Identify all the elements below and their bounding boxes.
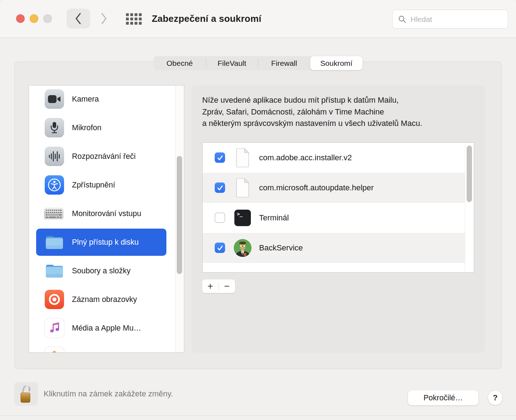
checkbox-backservice[interactable] [215,243,225,253]
microphone-icon [45,118,64,137]
pane-description: Níže uvedené aplikace budou mít přístup … [202,94,476,130]
list-item-terminal[interactable]: >_ Terminál [203,203,474,233]
tab-bar: Obecné FileVault Firewall Soukromí [154,56,362,70]
sidebar-item-homekit[interactable]: HomeKit [29,342,184,353]
app-name: com.adobe.acc.installer.v2 [259,143,352,173]
sidebar-item-screen-recording[interactable]: Záznam obrazovky [29,285,184,314]
list-item-microsoft-autoupdate[interactable]: com.microsoft.autoupdate.helper [203,173,474,203]
sidebar-item-files-and-folders[interactable]: Soubory a složky [29,257,184,285]
accessibility-icon [45,175,64,195]
zoom-button-disabled [43,14,52,23]
back-button[interactable] [67,9,90,29]
full-disk-access-pane: Níže uvedené aplikace budou mít přístup … [191,85,485,353]
tab-privacy[interactable]: Soukromí [310,56,362,70]
remove-app-button[interactable]: − [219,279,235,293]
sidebar-item-camera[interactable]: Kamera [29,85,184,113]
tab-firewall[interactable]: Firewall [258,56,310,70]
app-name: BackService [259,233,303,263]
open-lock-icon [19,384,33,404]
checkmark-icon [216,184,224,192]
keyboard-icon [44,204,63,223]
tab-separator [206,59,206,67]
window-bottom-divider [0,415,516,416]
sidebar-item-speech-recognition[interactable]: Rozpoznávání řeči [29,142,184,171]
generic-document-icon [234,173,252,203]
music-note-icon [45,318,64,338]
lock-button[interactable] [14,382,38,406]
tab-filevault[interactable]: FileVault [206,56,258,70]
list-item-backservice[interactable]: BackService [203,233,474,263]
privacy-category-list: Kamera Mikrofon [29,85,184,353]
minimize-button[interactable] [30,14,38,23]
camera-icon [45,89,64,109]
show-all-grid-icon[interactable] [126,13,142,25]
help-button[interactable]: ? [488,391,502,405]
chevron-right-icon [100,13,107,25]
sidebar-item-media-apple-music[interactable]: Média a Apple Mu… [29,314,184,342]
sidebar-item-input-monitoring[interactable]: Monitorování vstupu [29,199,184,228]
security-privacy-window: Zabezpečení a soukromí Obecné FileVault … [0,0,516,420]
list-item-adobe-installer[interactable]: com.adobe.acc.installer.v2 [203,143,474,173]
sidebar-item-accessibility[interactable]: Zpřístupnění [29,171,184,199]
tab-separator [258,59,258,67]
homekit-house-icon [45,347,64,353]
lock-hint-text: Kliknutím na zámek zakážete změny. [44,382,173,406]
checkbox-microsoft-autoupdate[interactable] [215,182,225,193]
generic-document-icon [234,143,252,173]
add-app-button[interactable]: + [202,279,219,293]
add-remove-control: + − [202,279,235,293]
chevron-left-icon [75,13,82,25]
close-button[interactable] [16,14,25,23]
blue-folder-icon [45,261,64,280]
title-bar: Zabezpečení a soukromí [0,0,516,38]
app-name: com.microsoft.autoupdate.helper [259,173,374,203]
checkmark-icon [216,244,224,252]
forward-button[interactable] [95,9,112,29]
terminal-icon: >_ [234,203,252,233]
search-icon [398,15,406,23]
app-access-list: com.adobe.acc.installer.v2 com.microsoft… [202,142,474,273]
screen-recording-icon [45,290,64,309]
app-name: Terminál [259,203,289,233]
list-item-partial[interactable] [203,263,474,273]
speech-recognition-icon [45,147,64,166]
search-field[interactable] [392,10,508,29]
checkmark-icon [216,154,224,162]
tab-general[interactable]: Obecné [154,56,206,70]
sidebar-item-microphone[interactable]: Mikrofon [29,113,184,142]
list-scrollbar-thumb[interactable] [467,146,472,202]
page-title: Zabezpečení a soukromí [152,0,261,38]
person-avatar-icon [234,233,252,263]
advanced-button[interactable]: Pokročilé… [408,390,478,405]
sidebar-scrollbar-thumb[interactable] [177,156,182,274]
checkbox-adobe-installer[interactable] [215,152,225,163]
search-input[interactable] [410,15,501,24]
blue-folder-icon [45,233,64,252]
checkbox-terminal[interactable] [215,213,225,223]
sidebar-item-full-disk-access[interactable]: Plný přístup k disku [29,228,184,257]
